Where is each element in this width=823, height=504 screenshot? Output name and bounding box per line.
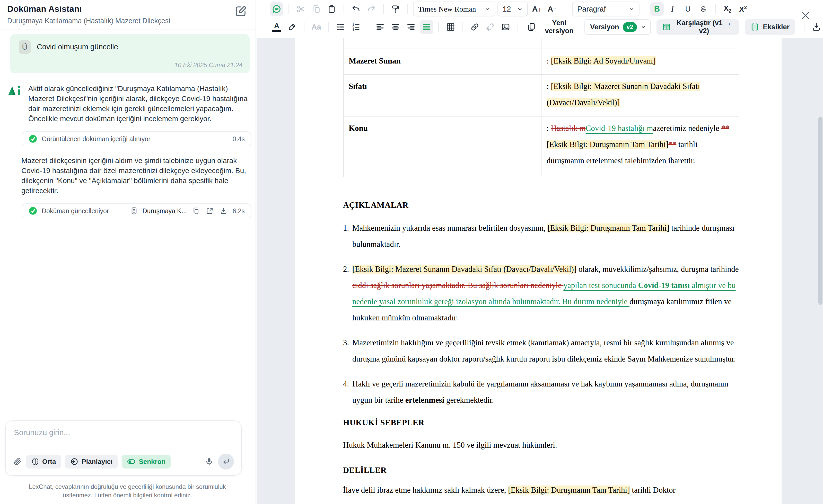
chat-toggle-button[interactable] <box>270 2 283 16</box>
compare-versions-button[interactable]: Karşılaştır (v1 → v2) <box>656 19 739 35</box>
open-in-new-button[interactable] <box>205 206 215 216</box>
new-version-label: Yeni versiyon <box>540 19 579 35</box>
user-message-bubble: Ü Covid olmuşum güncelle 10 Eki 2025 Cum… <box>10 34 250 73</box>
tool-step-label: Doküman güncelleniyor <box>42 207 109 215</box>
planner-pill[interactable]: Planlayıcı <box>65 455 118 469</box>
align-right-button[interactable] <box>404 20 418 34</box>
chat-header: Doküman Asistanı Duruşmaya Katılamama (H… <box>0 0 256 30</box>
highlight-button[interactable] <box>285 20 299 34</box>
check-circle-icon <box>28 206 37 216</box>
linked-document-name[interactable]: Duruşmaya K... <box>142 207 187 215</box>
chat-messages: Ü Covid olmuşum güncelle 10 Eki 2025 Cum… <box>0 30 256 421</box>
close-editor-button[interactable] <box>800 10 811 21</box>
insert-link-button[interactable] <box>468 20 482 34</box>
cut-button[interactable] <box>294 2 308 16</box>
bullet-list-button[interactable] <box>334 20 347 34</box>
version-select-label: Versiyon <box>590 23 619 31</box>
paragraph-style-select[interactable]: Paragraf <box>572 2 640 16</box>
planner-pill-label: Planlayıcı <box>81 458 113 466</box>
avatar: Ü <box>19 40 31 54</box>
missing-info-label: Eksikler <box>763 23 790 31</box>
table-row: Konu : Hastalık mCovid-19 hastalığı maze… <box>343 116 739 177</box>
list-item: 2.[Eksik Bilgi: Mazeret Sunanın Davadaki… <box>343 261 739 326</box>
underline-button[interactable]: U <box>681 2 695 16</box>
list-item: 1.Mahkemenizin yukarıda esas numarası be… <box>343 220 739 252</box>
table-row: [Eksik Bilgi: Duruşmanın Tam Tarihi] <box>343 38 739 49</box>
version-select[interactable]: Versiyon v2 <box>585 19 651 35</box>
send-button[interactable] <box>218 454 234 470</box>
font-size-value: 12 <box>503 5 511 13</box>
copy-icon <box>312 5 321 13</box>
undo-button[interactable] <box>349 2 363 16</box>
document-page[interactable]: [Eksik Bilgi: Duruşmanın Tam Tarihi] Maz… <box>295 38 782 504</box>
justify-button[interactable] <box>420 20 433 34</box>
insert-image-button[interactable] <box>499 20 512 34</box>
chat-input-box[interactable]: Orta Planlayıcı Senkron <box>5 421 241 476</box>
strikethrough-icon: S <box>701 5 706 13</box>
chevron-down-icon <box>485 6 490 12</box>
link-icon <box>470 22 479 32</box>
explanations-list: 1.Mahkemenizin yukarıda esas numarası be… <box>343 220 739 408</box>
bold-icon: B <box>654 4 660 14</box>
mic-icon <box>205 457 214 466</box>
align-center-button[interactable] <box>389 20 402 34</box>
toggle-off-icon <box>70 458 78 466</box>
bold-button[interactable]: B <box>650 2 664 16</box>
copy-button[interactable] <box>310 2 323 16</box>
download-icon <box>220 207 227 215</box>
paste-button[interactable] <box>325 2 338 16</box>
attach-button[interactable] <box>13 457 22 466</box>
decrease-font-button[interactable]: A↓ <box>530 2 543 16</box>
mic-button[interactable] <box>205 457 214 466</box>
copy-button[interactable] <box>191 206 201 216</box>
new-chat-button[interactable] <box>233 4 248 18</box>
brain-icon <box>31 458 39 465</box>
image-icon <box>501 22 510 32</box>
petition-info-table: [Eksik Bilgi: Duruşmanın Tam Tarihi] Maz… <box>343 38 739 177</box>
align-center-icon <box>391 22 400 32</box>
download-document-button[interactable] <box>810 20 823 34</box>
font-size-select[interactable]: 12 <box>497 2 528 16</box>
chevron-down-icon <box>517 6 523 12</box>
table-cell-value: : [Eksik Bilgi: Ad Soyadı/Unvanı] <box>541 49 739 74</box>
tool-step-label: Görüntülenen doküman içeriği alınıyor <box>42 135 150 143</box>
align-left-button[interactable] <box>373 20 387 34</box>
undo-icon <box>351 4 360 14</box>
format-painter-button[interactable] <box>389 2 402 16</box>
chat-header-titles: Doküman Asistanı Duruşmaya Katılamama (H… <box>7 4 170 25</box>
tool-step-chip[interactable]: Doküman güncelleniyor Duruşmaya K... 6.2… <box>22 203 252 218</box>
text-color-button[interactable]: A <box>270 20 283 34</box>
redo-button[interactable] <box>365 2 378 16</box>
redo-icon <box>367 4 376 14</box>
sync-pill-label: Senkron <box>139 458 165 466</box>
increase-font-button[interactable]: A↑ <box>545 2 559 16</box>
subscript-button[interactable]: X2 <box>721 2 734 16</box>
font-family-select[interactable]: Times New Roman <box>413 2 495 16</box>
chat-title: Doküman Asistanı <box>7 4 170 14</box>
page-copy-icon <box>527 22 536 32</box>
strikethrough-button[interactable]: S <box>697 2 710 16</box>
change-case-button[interactable]: Aa <box>310 20 323 34</box>
remove-link-button[interactable] <box>484 20 497 34</box>
tool-step-chip[interactable]: Görüntülenen doküman içeriği alınıyor 0.… <box>22 132 252 146</box>
compare-versions-label: Karşılaştır (v1 → v2) <box>674 19 733 35</box>
sync-pill[interactable]: Senkron <box>122 455 171 469</box>
copy-icon <box>192 207 200 215</box>
font-family-value: Times New Roman <box>418 5 476 13</box>
numbered-list-button[interactable]: 123 <box>349 20 363 34</box>
download-step-button[interactable] <box>219 206 228 216</box>
external-link-icon <box>206 207 213 215</box>
align-left-icon <box>375 22 385 32</box>
scrollbar-thumb[interactable] <box>818 117 822 305</box>
new-version-button[interactable]: Yeni versiyon <box>527 19 579 35</box>
paint-roller-icon <box>391 5 400 13</box>
editor-toolbar: Times New Roman 12 A↓ A↑ Paragraf B I U <box>257 0 823 38</box>
superscript-button[interactable]: X2 <box>736 2 750 16</box>
italic-button[interactable]: I <box>666 2 679 16</box>
missing-info-button[interactable]: Eksikler <box>745 19 795 35</box>
insert-table-button[interactable] <box>444 20 457 34</box>
chat-input[interactable] <box>14 428 220 437</box>
italic-icon: I <box>671 4 674 14</box>
model-pill[interactable]: Orta <box>26 455 61 469</box>
justify-icon <box>422 22 431 32</box>
